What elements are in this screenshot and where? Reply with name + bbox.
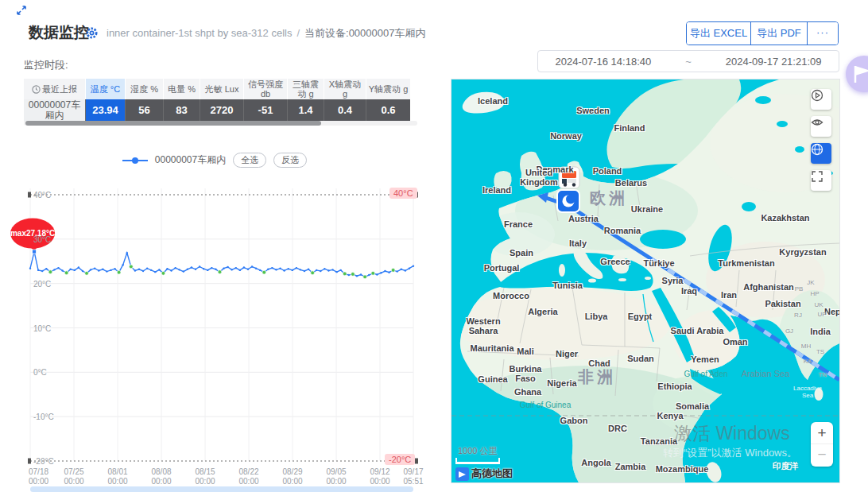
zoom-out-button[interactable]: −	[811, 444, 833, 465]
map-layer-button[interactable]	[811, 143, 831, 164]
table-horizontal-scrollbar[interactable]	[24, 121, 417, 126]
fullscreen-icon	[811, 170, 823, 183]
col-signal[interactable]: 信号强度 db	[244, 79, 288, 99]
play-route-button[interactable]	[811, 89, 831, 110]
x-axis-tick: 09/1705:51	[403, 467, 423, 486]
windows-watermark-line2: 转到“设置”以激活 Windows。	[663, 446, 797, 460]
col-humidity[interactable]: 湿度 %	[126, 79, 164, 99]
start-date-value[interactable]: 2024-07-16 14:18:40	[555, 56, 651, 68]
col-last-report[interactable]: 最近上报	[24, 79, 86, 99]
monitor-period-label: 监控时段:	[24, 58, 68, 72]
x-axis-tick: 08/1500:00	[195, 467, 215, 486]
table-header-row: 最近上报 温度 °C 湿度 % 电量 % 光敏 Lux 信号强度 db 三轴震动…	[24, 79, 410, 99]
floating-assistant-widget[interactable]	[846, 56, 868, 92]
date-range-picker[interactable]: 2024-07-16 14:18:40 ~ 2024-09-17 21:21:0…	[537, 50, 839, 72]
amap-logo-icon	[455, 467, 469, 481]
x-axis-tick: 07/2500:00	[64, 467, 83, 486]
y-axis-tick: 20°C	[33, 279, 51, 288]
breadcrumb: inner container-1st shpt by sea-312 cell…	[107, 26, 425, 41]
x-axis-tick: 08/2200:00	[238, 467, 258, 486]
x-axis-tick: 09/1200:00	[370, 467, 389, 486]
end-date-value[interactable]: 2024-09-17 21:21:09	[726, 56, 822, 68]
temperature-cell[interactable]: 23.94	[86, 99, 126, 122]
sensor-table: 最近上报 温度 °C 湿度 % 电量 % 光敏 Lux 信号强度 db 三轴震动…	[24, 79, 410, 122]
x-axis-tick: 07/1800:00	[29, 467, 48, 486]
invert-select-button[interactable]: 反选	[273, 153, 307, 168]
date-range-tilde: ~	[685, 56, 692, 68]
col-temperature[interactable]: 温度 °C	[86, 79, 126, 99]
export-pdf-button[interactable]: 导出 PDF	[750, 22, 807, 45]
x-axis-tick: 08/2900:00	[282, 467, 302, 486]
zoom-in-button[interactable]: +	[811, 422, 833, 444]
col-y-vibration[interactable]: Y轴震动 g	[366, 79, 410, 99]
y-axis-tick: -20°C	[33, 457, 54, 466]
y-axis-tick: -10°C	[33, 413, 54, 421]
humidity-cell[interactable]: 56	[126, 99, 164, 122]
upper-limit-line	[28, 192, 418, 198]
map-scale-bar	[455, 458, 500, 464]
play-icon	[811, 89, 823, 102]
signal-cell[interactable]: -51	[244, 99, 288, 122]
windows-watermark-line1: 激活 Windows	[674, 421, 790, 446]
chart-datazoom-slider[interactable]	[30, 486, 413, 492]
select-all-button[interactable]: 全选	[233, 153, 266, 168]
globe-icon	[811, 143, 823, 156]
map-zoom-control: + −	[811, 422, 833, 467]
y-vibration-cell[interactable]: 0.6	[366, 99, 410, 122]
y-axis-tick: 30°C	[33, 234, 51, 243]
temperature-series	[29, 250, 414, 278]
col-triaxial-vibration[interactable]: 三轴震动 g	[288, 79, 324, 99]
fullscreen-button[interactable]	[811, 170, 831, 191]
scrollbar-thumb[interactable]	[25, 121, 321, 126]
gear-icon[interactable]	[85, 26, 99, 40]
collapse-panel-icon[interactable]	[15, 4, 28, 17]
breadcrumb-device: 当前设备:00000007车厢内	[304, 27, 425, 39]
visibility-button[interactable]	[811, 116, 831, 137]
col-battery[interactable]: 电量 %	[164, 79, 200, 99]
lower-limit-badge: -20°C	[385, 454, 415, 465]
chart-gridlines	[30, 188, 413, 461]
triaxial-vibration-cell[interactable]: 1.4	[288, 99, 324, 122]
amap-logo-text: 高德地图	[471, 467, 513, 481]
chart-legend: 00000007车厢内 全选 反选	[0, 153, 429, 168]
x-axis-tick: 08/0100:00	[107, 467, 127, 486]
x-vibration-cell[interactable]: 0.4	[324, 99, 366, 122]
eye-icon	[811, 116, 823, 129]
breadcrumb-project: inner container-1st shpt by sea-312 cell…	[107, 27, 292, 39]
y-axis-tick: 40°C	[33, 191, 51, 200]
device-marker[interactable]	[557, 190, 579, 212]
y-axis-tick: 0°C	[33, 368, 47, 377]
page-title: 数据监控	[29, 22, 89, 43]
y-axis-tick: 10°C	[33, 323, 51, 332]
x-axis-tick: 08/0800:00	[151, 467, 171, 486]
map-scale-label: 1000 公里	[458, 445, 498, 457]
truck-marker[interactable]	[559, 167, 579, 188]
col-light[interactable]: 光敏 Lux	[200, 79, 244, 99]
route-map[interactable]: IcelandNorwaySwedenFinlandDenmarkUnited …	[451, 79, 840, 483]
more-actions-button[interactable]: ···	[807, 22, 838, 45]
export-button-group: 导出 EXCEL 导出 PDF ···	[686, 21, 839, 45]
upper-limit-badge: 40°C	[389, 188, 417, 199]
legend-line-marker	[122, 160, 148, 161]
breadcr-separator: /	[296, 27, 300, 39]
lower-limit-line	[28, 459, 418, 464]
x-axis-tick: 09/0500:00	[326, 467, 346, 486]
device-name-cell[interactable]: 00000007车厢内	[24, 99, 86, 122]
assistant-icon	[846, 56, 868, 92]
table-row: 00000007车厢内 23.94 56 83 2720 -51 1.4 0.4…	[24, 99, 410, 122]
amap-logo[interactable]: 高德地图	[455, 467, 513, 481]
battery-cell[interactable]: 83	[164, 99, 200, 122]
col-x-vibration[interactable]: X轴震动 g	[324, 79, 366, 99]
legend-series-label[interactable]: 00000007车厢内	[155, 153, 226, 167]
export-excel-button[interactable]: 导出 EXCEL	[687, 22, 750, 45]
clock-icon	[32, 85, 41, 94]
temperature-line-chart[interactable]: max27.18°C 40°C30°C20°C10°C0°C-10°C-20°C…	[22, 181, 420, 491]
light-cell[interactable]: 2720	[200, 99, 244, 122]
